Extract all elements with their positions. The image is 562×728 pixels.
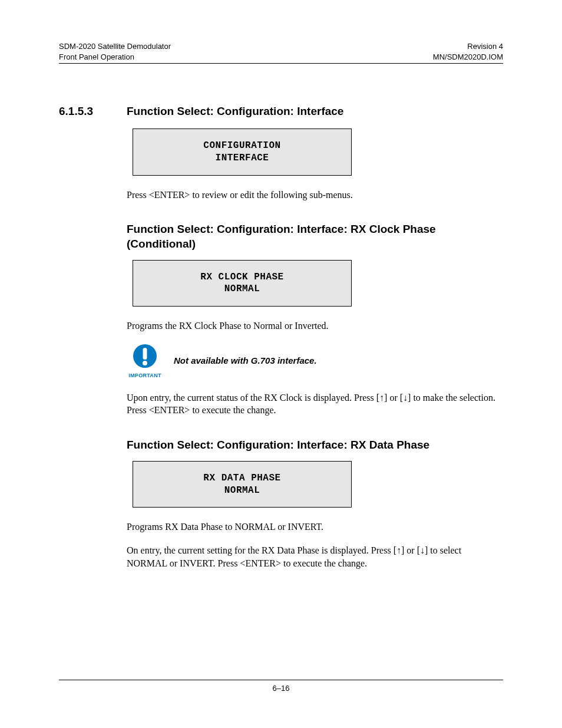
lcd-display-config-interface: CONFIGURATION INTERFACE xyxy=(133,129,352,176)
content-column: CONFIGURATION INTERFACE Press <ENTER> to… xyxy=(127,129,503,569)
page-number: 6–16 xyxy=(273,684,290,693)
text-fragment: ] or [ xyxy=(401,545,420,555)
important-icon xyxy=(132,343,158,369)
section-number: 6.1.5.3 xyxy=(59,105,127,118)
rx-data-body1: Programs RX Data Phase to NORMAL or INVE… xyxy=(127,521,503,533)
arrow-down-icon: ↓ xyxy=(420,545,425,555)
section-body: Press <ENTER> to review or edit the foll… xyxy=(127,189,503,202)
lcd-line: NORMAL xyxy=(139,283,345,295)
header-left: SDM-2020 Satellite Demodulator Front Pan… xyxy=(59,41,171,62)
lcd-line: RX DATA PHASE xyxy=(139,472,345,485)
lcd-line: CONFIGURATION xyxy=(139,140,345,152)
header-left-line2: Front Panel Operation xyxy=(59,52,171,62)
lcd-line: RX CLOCK PHASE xyxy=(139,271,345,284)
section-title: Function Select: Configuration: Interfac… xyxy=(127,105,343,118)
lcd-line: INTERFACE xyxy=(139,152,345,164)
arrow-down-icon: ↓ xyxy=(403,393,408,403)
lcd-display-rx-data-phase: RX DATA PHASE NORMAL xyxy=(133,461,352,508)
rx-clock-body2: Upon entry, the current status of the RX… xyxy=(127,391,503,417)
arrow-up-icon: ↑ xyxy=(379,393,384,403)
svg-rect-1 xyxy=(143,348,147,360)
important-text: Not available with G.703 interface. xyxy=(174,355,317,365)
important-label: IMPORTANT xyxy=(127,373,163,378)
rx-data-body2: On entry, the current setting for the RX… xyxy=(127,544,503,569)
subheading-rx-clock-phase: Function Select: Configuration: Interfac… xyxy=(127,222,503,251)
important-icon-wrap: IMPORTANT xyxy=(127,343,163,378)
rx-clock-body1: Programs the RX Clock Phase to Normal or… xyxy=(127,319,503,332)
arrow-up-icon: ↑ xyxy=(396,545,401,555)
text-fragment: Upon entry, the current status of the RX… xyxy=(127,393,379,403)
header-right-line2: MN/SDM2020D.IOM xyxy=(433,52,503,62)
text-fragment: On entry, the current setting for the RX… xyxy=(127,545,396,555)
header-right: Revision 4 MN/SDM2020D.IOM xyxy=(433,41,503,62)
subheading-rx-data-phase: Function Select: Configuration: Interfac… xyxy=(127,438,503,453)
section-heading-row: 6.1.5.3 Function Select: Configuration: … xyxy=(59,105,503,118)
svg-point-2 xyxy=(143,361,147,365)
header-left-line1: SDM-2020 Satellite Demodulator xyxy=(59,41,171,52)
important-callout: IMPORTANT Not available with G.703 inter… xyxy=(127,343,503,378)
lcd-line: NORMAL xyxy=(139,485,345,497)
text-fragment: ] or [ xyxy=(384,393,403,403)
page-footer: 6–16 xyxy=(59,680,503,693)
lcd-display-rx-clock-phase: RX CLOCK PHASE NORMAL xyxy=(133,260,352,307)
page: SDM-2020 Satellite Demodulator Front Pan… xyxy=(0,0,562,728)
header-right-line1: Revision 4 xyxy=(433,41,503,52)
page-header: SDM-2020 Satellite Demodulator Front Pan… xyxy=(59,41,503,64)
